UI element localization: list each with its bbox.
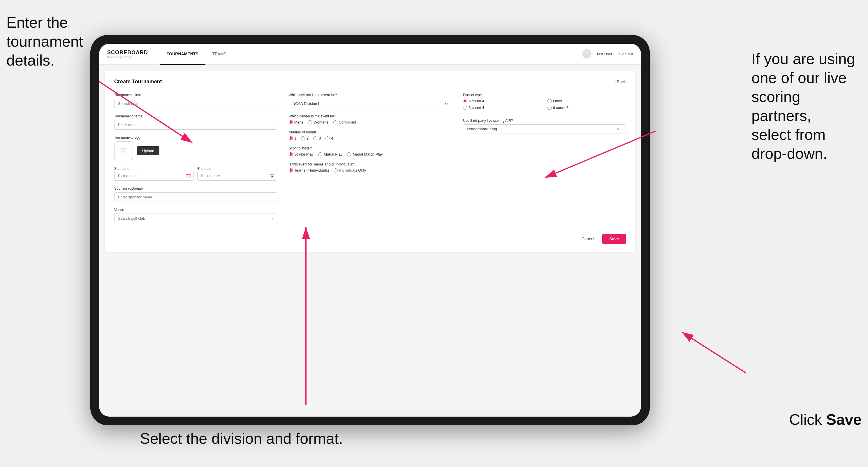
- scoring-medal[interactable]: Medal Match Play: [347, 152, 382, 156]
- rounds-1-label: 1: [294, 136, 296, 141]
- annotation-click-save-text: Click Save: [789, 411, 862, 428]
- tournament-host-input[interactable]: [114, 99, 277, 108]
- form-footer: Cancel Save: [114, 229, 626, 244]
- save-button[interactable]: Save: [602, 234, 626, 244]
- live-scoring-section: Use third-party live scoring API? Leader…: [463, 119, 626, 133]
- scoring-match-radio[interactable]: [318, 152, 322, 156]
- annotation-live-scoring: If you are usingone of our livescoring p…: [751, 50, 862, 163]
- end-date-input[interactable]: [197, 171, 277, 181]
- format-6count5-radio[interactable]: [548, 106, 552, 110]
- tablet-frame: SCOREBOARD Powered by Clippit TOURNAMENT…: [90, 35, 650, 425]
- event-type-individuals[interactable]: Individuals Only: [334, 168, 366, 173]
- venue-group: Venue ▼: [114, 208, 277, 223]
- scoring-group: Scoring system Stroke Play Match Play: [289, 146, 452, 156]
- rounds-3-radio[interactable]: [313, 136, 317, 141]
- gender-womens-label: Womens: [313, 120, 329, 124]
- gender-combined[interactable]: Combined: [333, 120, 356, 124]
- scoring-stroke[interactable]: Stroke Play: [289, 152, 313, 156]
- event-type-teams-label: Teams (+Individuals): [294, 168, 329, 173]
- gender-mens-radio[interactable]: [289, 120, 293, 124]
- nav-tab-teams[interactable]: TEAMS: [206, 44, 234, 65]
- tournament-logo-group: Tournament logo Upload: [114, 135, 277, 160]
- rounds-2-radio[interactable]: [301, 136, 305, 141]
- upload-button[interactable]: Upload: [137, 146, 159, 155]
- format-other-label: Other: [553, 99, 563, 103]
- gender-womens[interactable]: Womens: [308, 120, 329, 124]
- rounds-3-label: 3: [319, 136, 321, 141]
- event-type-teams-radio[interactable]: [289, 168, 293, 173]
- division-select[interactable]: NCAA Division I: [289, 99, 452, 108]
- rounds-2-label: 2: [307, 136, 309, 141]
- format-6count4-label: 6 count 4: [468, 105, 484, 110]
- tournament-host-group: Tournament Host: [114, 93, 277, 108]
- end-date-label: End date: [197, 167, 211, 171]
- end-date-wrapper: 📅: [197, 171, 277, 181]
- start-date-wrapper: 📅: [114, 171, 194, 181]
- format-6count5[interactable]: 6 count 5: [548, 105, 626, 110]
- avatar: T: [582, 49, 591, 59]
- app-header: SCOREBOARD Powered by Clippit TOURNAMENT…: [99, 44, 641, 65]
- scoring-medal-radio[interactable]: [347, 152, 351, 156]
- calendar-icon-2: 📅: [269, 174, 274, 178]
- format-5count4[interactable]: 5 count 4: [463, 99, 541, 103]
- format-5count4-radio[interactable]: [463, 99, 467, 103]
- logo-text: SCOREBOARD: [107, 50, 148, 56]
- sponsor-input[interactable]: [114, 192, 277, 202]
- scoring-match[interactable]: Match Play: [318, 152, 342, 156]
- rounds-4[interactable]: 4: [326, 136, 333, 141]
- venue-input[interactable]: [114, 214, 277, 223]
- back-link[interactable]: ‹ Back: [614, 80, 626, 84]
- rounds-1[interactable]: 1: [289, 136, 296, 141]
- venue-chevron: ▼: [271, 216, 274, 221]
- rounds-radio-row: 1 2 3: [289, 136, 452, 141]
- event-type-radio-row: Teams (+Individuals) Individuals Only: [289, 168, 452, 173]
- tournament-host-label: Tournament Host: [114, 93, 277, 97]
- form-col-3: Format type 5 count 4 Other: [463, 93, 626, 223]
- start-date-input[interactable]: [114, 171, 194, 181]
- rounds-3[interactable]: 3: [313, 136, 321, 141]
- event-type-teams[interactable]: Teams (+Individuals): [289, 168, 329, 173]
- format-type-label: Format type: [463, 93, 626, 97]
- page-title: Create Tournament: [114, 79, 162, 85]
- nav-tab-tournaments[interactable]: TOURNAMENTS: [160, 44, 206, 65]
- form-col-2: Which division is the event for? NCAA Di…: [289, 93, 452, 223]
- annotation-division-format: Select the division and format.: [140, 429, 343, 448]
- rounds-2[interactable]: 2: [301, 136, 309, 141]
- format-6count4[interactable]: 6 count 4: [463, 105, 541, 110]
- scoring-stroke-radio[interactable]: [289, 152, 293, 156]
- annotation-live-scoring-text: If you are usingone of our livescoring p…: [751, 51, 855, 162]
- rounds-group: Number of rounds 1 2: [289, 130, 452, 141]
- start-date-group: Start date 📅: [114, 166, 194, 181]
- live-scoring-input-wrapper[interactable]: Leaderboard King × ÷: [463, 124, 626, 133]
- live-scoring-clear[interactable]: × ÷: [617, 127, 622, 131]
- division-group: Which division is the event for? NCAA Di…: [289, 93, 452, 108]
- format-6count4-radio[interactable]: [463, 106, 467, 110]
- rounds-1-radio[interactable]: [289, 136, 293, 141]
- scoring-radio-row: Stroke Play Match Play Medal Match Play: [289, 152, 452, 156]
- rounds-4-radio[interactable]: [326, 136, 330, 141]
- event-type-individuals-label: Individuals Only: [339, 168, 366, 173]
- annotation-click-save: Click Save: [789, 410, 862, 429]
- form-col-1: Tournament Host Tournament name Tourname…: [114, 93, 277, 223]
- logo-sub: Powered by Clippit: [107, 56, 148, 59]
- user-label: Test User |: [596, 52, 614, 56]
- event-type-individuals-radio[interactable]: [334, 168, 338, 173]
- signout-link[interactable]: Sign out: [619, 52, 633, 56]
- header-right: T Test User | Sign out: [582, 49, 633, 59]
- form-grid: Tournament Host Tournament name Tourname…: [114, 93, 626, 223]
- tournament-name-label: Tournament name: [114, 114, 277, 118]
- gender-womens-radio[interactable]: [308, 120, 312, 124]
- logo-area: SCOREBOARD Powered by Clippit: [107, 50, 148, 59]
- tournament-name-group: Tournament name: [114, 114, 277, 130]
- format-type-group: Format type 5 count 4 Other: [463, 93, 626, 110]
- format-other[interactable]: Other: [548, 99, 626, 103]
- gender-combined-radio[interactable]: [333, 120, 337, 124]
- end-date-group: End date 📅: [197, 166, 277, 181]
- tournament-name-input[interactable]: [114, 120, 277, 130]
- gender-mens[interactable]: Mens: [289, 120, 304, 124]
- cancel-button[interactable]: Cancel: [577, 234, 599, 244]
- format-other-radio[interactable]: [548, 99, 552, 103]
- event-type-group: Is this event for Teams and/or Individua…: [289, 162, 452, 173]
- gender-combined-label: Combined: [339, 120, 356, 124]
- rounds-label: Number of rounds: [289, 130, 452, 134]
